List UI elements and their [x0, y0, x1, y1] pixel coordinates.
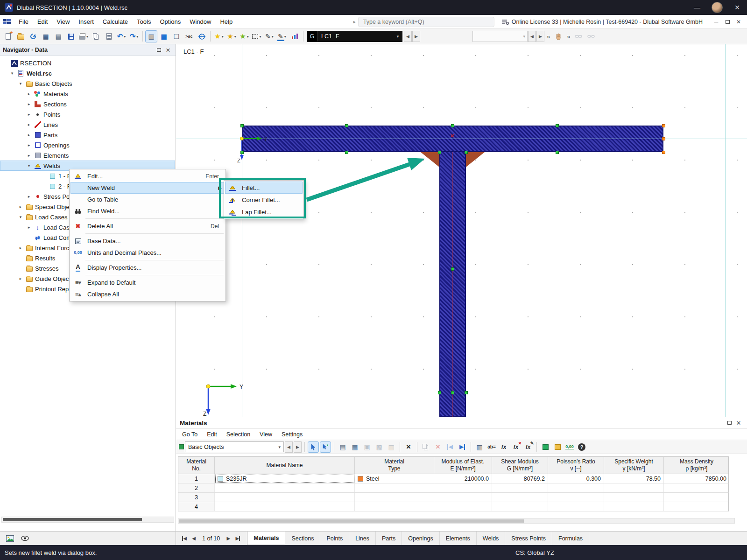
cell-modulus[interactable] — [434, 493, 492, 502]
cell-type[interactable]: Steel — [355, 474, 434, 483]
cell-name[interactable] — [215, 502, 355, 511]
prev-item-icon[interactable]: ◀ — [528, 31, 536, 42]
tree-item-materials[interactable]: ▸ Materials — [0, 89, 175, 99]
cell-modulus[interactable] — [434, 502, 492, 511]
close-panel-icon[interactable]: ✕ — [163, 47, 173, 54]
copy-rows-icon[interactable] — [420, 441, 431, 453]
menu-item-expand-to-default[interactable]: ≡▾ Expand to Default — [70, 277, 225, 288]
cell-shear[interactable]: 80769.2 — [492, 474, 548, 483]
graphics-canvas[interactable]: LC1 - F Y Z Y Z — [176, 44, 747, 417]
select-cursor-icon[interactable] — [308, 441, 319, 453]
menu-edit[interactable]: Edit — [203, 430, 221, 439]
cell-specific-weight[interactable] — [604, 483, 664, 492]
first-page-icon[interactable]: ◀ — [180, 534, 189, 543]
sheet-import-icon[interactable] — [552, 441, 563, 453]
chevron-down-icon[interactable]: ▾ — [394, 34, 402, 39]
menu-window[interactable]: Window — [185, 16, 215, 27]
toolbar-overflow2-icon[interactable]: » — [565, 33, 572, 40]
cell-no[interactable]: 1 — [178, 474, 215, 483]
cell-modulus[interactable]: 210000.0 — [434, 474, 492, 483]
tree-item-weld-file[interactable]: ▾ Weld.rsc — [0, 68, 175, 78]
cell-no[interactable]: 2 — [178, 483, 215, 492]
fillet-weld-right[interactable] — [466, 152, 485, 167]
load-case-combo[interactable]: G LC1 F ▾ — [307, 31, 402, 42]
tree-item-openings[interactable]: ▸ Openings — [0, 140, 175, 150]
box-select-icon[interactable] — [251, 30, 263, 42]
pen-icon[interactable]: ✎ — [263, 30, 275, 42]
chevron-right-icon[interactable]: ▸ — [26, 194, 32, 199]
toolbar-overflow-icon[interactable]: » — [545, 33, 552, 40]
app-nav-icon[interactable] — [3, 19, 11, 25]
tab-openings[interactable]: Openings — [402, 532, 440, 545]
next-item-icon[interactable]: ▶ — [536, 31, 544, 42]
chevron-right-icon[interactable]: ▸ — [26, 153, 32, 158]
grip-handle[interactable] — [438, 151, 441, 154]
view-split-icon[interactable]: ❏ — [170, 30, 183, 42]
prev-table-icon[interactable]: ◀ — [285, 441, 293, 453]
grip-handle[interactable] — [345, 124, 348, 127]
menu-go-to[interactable]: Go To — [178, 430, 202, 439]
next-table-icon[interactable]: ▶ — [294, 441, 302, 453]
submenu-item-fillet[interactable]: Fillet... — [225, 182, 303, 194]
close-small-button[interactable]: ✕ — [734, 17, 743, 27]
tab-parts[interactable]: Parts — [376, 532, 402, 545]
cell-mass-density[interactable] — [664, 493, 729, 502]
prev-load-case-icon[interactable]: ◀ — [404, 31, 412, 42]
navigator-hscrollbar[interactable] — [1, 517, 174, 523]
link-icon[interactable] — [572, 30, 585, 42]
chevron-right-icon[interactable]: ▸ — [26, 122, 32, 127]
formula-edit-icon[interactable]: fx✎ — [522, 441, 534, 453]
chevron-down-icon[interactable]: ▾ — [18, 215, 23, 219]
chevron-down-icon[interactable]: ▾ — [9, 71, 15, 76]
cell-poisson[interactable]: 0.300 — [548, 474, 604, 483]
chevron-right-icon[interactable]: ▸ — [26, 102, 32, 106]
tab-welds[interactable]: Welds — [477, 532, 506, 545]
redo-icon[interactable]: ↷ — [128, 30, 140, 42]
grip-handle[interactable] — [451, 124, 454, 127]
decimals-icon[interactable]: 0,00 — [564, 441, 575, 453]
menu-item-delete-all[interactable]: ✖ Delete All Del — [70, 220, 225, 232]
tree-item-sections[interactable]: ▸ Sections — [0, 99, 175, 109]
cell-no[interactable]: 3 — [178, 493, 215, 502]
import-rows-icon[interactable]: ◀ — [444, 441, 456, 453]
cell-shear[interactable] — [492, 483, 548, 492]
formula-icon[interactable]: fx — [498, 441, 509, 453]
menu-edit[interactable]: Edit — [33, 16, 52, 27]
menu-settings[interactable]: Settings — [277, 430, 307, 439]
tab-formulas[interactable]: Formulas — [552, 532, 589, 545]
excel-export-icon[interactable] — [540, 441, 551, 453]
cell-poisson[interactable] — [548, 493, 604, 502]
tab-points[interactable]: Points — [320, 532, 349, 545]
print-preview-icon[interactable]: ▤ — [52, 30, 64, 42]
grip-handle[interactable] — [240, 124, 244, 127]
grip-handle[interactable] — [240, 151, 244, 154]
cell-poisson[interactable] — [548, 502, 604, 511]
grip-handle[interactable] — [451, 267, 454, 271]
chevron-right-icon[interactable]: ▸ — [18, 276, 23, 281]
menu-item-edit[interactable]: Edit... Enter — [70, 170, 225, 182]
grip-handle-end[interactable] — [662, 137, 665, 140]
search-input[interactable] — [358, 17, 494, 27]
fillet-weld-left[interactable] — [421, 152, 439, 167]
chart-icon[interactable] — [289, 30, 301, 42]
copy-icon[interactable] — [90, 30, 102, 42]
grip-handle[interactable] — [465, 391, 468, 394]
cell-mass-density[interactable] — [664, 483, 729, 492]
cell-mass-density[interactable] — [664, 502, 729, 511]
materials-hscrollbar[interactable] — [178, 518, 735, 524]
cell-specific-weight[interactable] — [604, 502, 664, 511]
menu-item-new-weld[interactable]: New Weld ▶ — [70, 182, 225, 194]
minimize-button[interactable]: — — [687, 0, 707, 15]
cell-shear[interactable] — [492, 493, 548, 502]
table-layout-icon[interactable]: ▤ — [337, 441, 348, 453]
bim-refresh-icon[interactable] — [27, 30, 39, 42]
new-object-icon[interactable]: ★ — [213, 30, 225, 42]
cell-type[interactable] — [355, 493, 434, 502]
cell-name[interactable] — [215, 483, 355, 492]
line-color-icon[interactable]: ✎ — [276, 30, 288, 42]
cell-type[interactable] — [355, 483, 434, 492]
new-model-icon[interactable] — [2, 30, 14, 42]
chevron-right-icon[interactable]: ▸ — [26, 133, 32, 137]
cell-no[interactable]: 4 — [178, 502, 215, 511]
pan-hand-icon[interactable] — [552, 30, 564, 42]
